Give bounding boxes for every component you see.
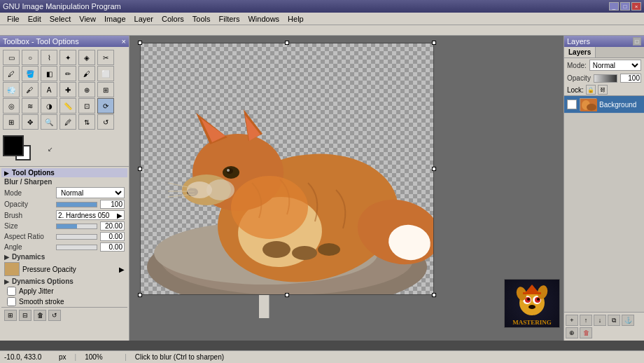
tool-eraser[interactable]: ⬜	[97, 66, 114, 81]
brush-field[interactable]: 2. Hardness 050 ▶	[56, 210, 125, 220]
lock-position-btn[interactable]: ⛓	[598, 85, 608, 95]
toolbox-btn-4[interactable]: ↺	[48, 310, 61, 321]
dynamics-value: Pressure Opacity	[22, 266, 116, 273]
opacity-slider[interactable]	[56, 202, 97, 207]
tool-blend[interactable]: ◧	[41, 66, 57, 81]
tool-align[interactable]: ⊞	[3, 114, 20, 130]
tool-zoom[interactable]: 🔍	[41, 114, 57, 130]
handle-br[interactable]	[432, 293, 436, 297]
menu-file[interactable]: File	[3, 14, 24, 24]
svg-point-13	[227, 169, 230, 172]
layers-opacity-slider[interactable]	[594, 74, 617, 83]
layer-lower-button[interactable]: ↓	[594, 315, 606, 326]
layers-tabs: Layers	[564, 47, 644, 58]
tool-measure[interactable]: 📏	[59, 98, 76, 114]
handle-ml[interactable]	[138, 167, 142, 171]
angle-row: Angle 0.00	[1, 242, 127, 252]
status-bar: -10.0, 433.0 px | 100% | Click to blur (…	[0, 350, 644, 363]
maximize-button[interactable]: □	[620, 2, 630, 11]
fox-image	[140, 43, 434, 295]
menu-edit[interactable]: Edit	[24, 14, 46, 24]
apply-jitter-checkbox[interactable]	[7, 287, 16, 296]
tool-options-header[interactable]: ▶ Tool Options	[1, 168, 127, 177]
tool-flip[interactable]: ⇅	[78, 114, 95, 130]
tab-layers[interactable]: Layers	[564, 47, 596, 57]
canvas-container[interactable]	[140, 43, 434, 295]
menu-layer[interactable]: Layer	[130, 14, 158, 24]
smooth-stroke-checkbox[interactable]	[7, 297, 16, 306]
handle-bm[interactable]	[285, 293, 289, 297]
tool-paintbrush[interactable]: 🖌	[78, 66, 95, 81]
tool-fuzzy-select[interactable]: ✦	[59, 50, 76, 65]
dynamics-edit[interactable]: ▶	[119, 266, 125, 273]
tool-transform[interactable]: ⟳	[97, 98, 114, 114]
handle-bl[interactable]	[138, 293, 142, 297]
svg-point-22	[262, 241, 290, 258]
minimize-button[interactable]: _	[609, 2, 619, 11]
tool-rotate[interactable]: ↺	[97, 114, 114, 130]
handle-tl[interactable]	[138, 41, 142, 45]
toolbox-close-button[interactable]: ×	[122, 37, 126, 46]
layers-close-button[interactable]: □	[633, 37, 641, 46]
angle-slider[interactable]	[56, 245, 97, 250]
tool-ink[interactable]: 🖋	[22, 82, 38, 97]
tool-airbrush[interactable]: 💨	[3, 82, 20, 97]
size-slider[interactable]	[56, 224, 97, 229]
layer-new-button[interactable]: +	[566, 315, 578, 326]
tool-text[interactable]: A	[41, 82, 57, 97]
menu-windows[interactable]: Windows	[244, 14, 284, 24]
aspect-ratio-slider[interactable]	[56, 234, 97, 240]
tool-scissors[interactable]: ✂	[97, 50, 114, 65]
menu-view[interactable]: View	[75, 14, 100, 24]
toolbox-btn-1[interactable]: ⊞	[4, 310, 17, 321]
aspect-ratio-row: Aspect Ratio 0.00	[1, 231, 127, 242]
tool-color-picker[interactable]: 🖉	[59, 114, 76, 130]
menu-filters[interactable]: Filters	[215, 14, 244, 24]
tool-dodge-burn[interactable]: ◑	[41, 98, 57, 114]
tool-smudge[interactable]: ≋	[22, 98, 38, 114]
layer-delete-button[interactable]: 🗑	[580, 327, 592, 338]
tool-perspective-clone[interactable]: ⊞	[97, 82, 114, 97]
handle-mr[interactable]	[432, 167, 436, 171]
layer-raise-button[interactable]: ↑	[580, 315, 592, 326]
tool-paintbucket[interactable]: 🪣	[22, 66, 38, 81]
layer-visibility-toggle[interactable]: 👁	[567, 100, 577, 109]
mode-select[interactable]: Normal	[56, 187, 125, 198]
layer-item-background[interactable]: 👁 Background	[564, 96, 644, 114]
layer-name: Background	[599, 101, 641, 109]
close-button[interactable]: ×	[631, 2, 641, 11]
tool-heal[interactable]: ✚	[59, 82, 76, 97]
layer-merge-button[interactable]: ⊕	[566, 327, 578, 338]
tool-pencil[interactable]: ✏	[59, 66, 76, 81]
tool-blur[interactable]: ◎	[3, 98, 20, 114]
handle-tr[interactable]	[432, 41, 436, 45]
tool-free-select[interactable]: ⌇	[41, 50, 57, 65]
tool-clone[interactable]: ⊕	[78, 82, 95, 97]
svg-point-34	[537, 298, 540, 301]
layers-mode-select[interactable]: Normal	[589, 60, 641, 71]
lock-pixels-btn[interactable]: 🔒	[586, 85, 596, 95]
handle-tm[interactable]	[285, 41, 289, 45]
tool-ellipse-select[interactable]: ○	[22, 50, 38, 65]
foreground-color[interactable]	[3, 135, 24, 156]
tool-select-by-color[interactable]: ◈	[78, 50, 95, 65]
svg-marker-38	[525, 285, 539, 293]
menu-help[interactable]: Help	[284, 14, 308, 24]
tool-paths[interactable]: 🖊	[3, 66, 20, 81]
smooth-stroke-row: Smooth stroke	[1, 296, 127, 307]
menu-image[interactable]: Image	[100, 14, 130, 24]
menu-select[interactable]: Select	[46, 14, 76, 24]
tool-move[interactable]: ✥	[22, 114, 38, 130]
toolbox-btn-2[interactable]: ⊟	[19, 310, 31, 321]
canvas-area[interactable]: MASTERING	[130, 36, 564, 341]
layer-anchor-button[interactable]: ⚓	[622, 315, 634, 326]
menu-tools[interactable]: Tools	[188, 14, 215, 24]
menu-colors[interactable]: Colors	[158, 14, 188, 24]
color-reset[interactable]: ↙	[48, 146, 53, 153]
window-controls: _ □ ×	[609, 2, 641, 11]
tool-crop[interactable]: ⊡	[78, 98, 95, 114]
toolbox-btn-3[interactable]: 🗑	[34, 310, 46, 321]
layer-duplicate-button[interactable]: ⧉	[608, 315, 620, 326]
svg-point-35	[528, 305, 536, 309]
tool-rectangle-select[interactable]: ▭	[3, 50, 20, 65]
